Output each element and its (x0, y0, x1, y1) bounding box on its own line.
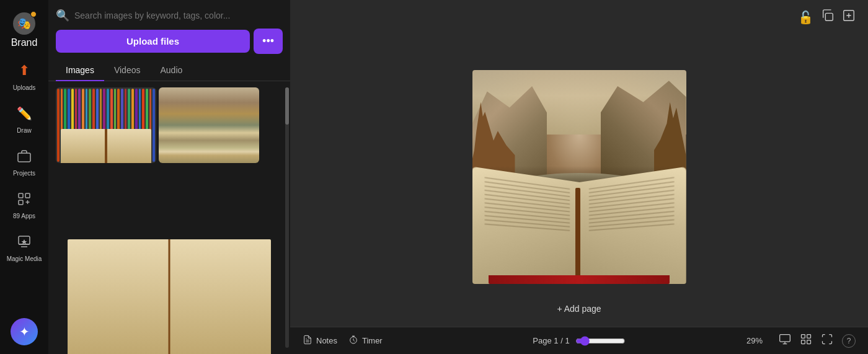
svg-rect-5 (825, 13, 833, 20)
duplicate-icon[interactable] (821, 9, 835, 25)
timer-icon (348, 335, 358, 347)
canvas-main (290, 0, 868, 354)
sidebar-item-magic-media[interactable]: Magic Media (0, 224, 48, 267)
add-icon[interactable] (842, 9, 856, 25)
sidebar-item-brand[interactable]: 🎭 Brand (0, 6, 48, 53)
sidebar-item-draw[interactable]: ✏️ Draw (0, 96, 48, 139)
page-info: Page 1 / 1 (533, 336, 569, 345)
book-right-page (579, 167, 686, 284)
svg-rect-12 (807, 335, 811, 339)
add-page-button[interactable]: + Add page (557, 304, 601, 314)
panel-search-bar: 🔍 (48, 0, 290, 29)
svg-rect-3 (19, 200, 23, 205)
image-thumb-bookshelf[interactable] (56, 87, 156, 163)
panel-content (48, 81, 290, 354)
panel-tabs: Images Videos Audio (48, 60, 290, 81)
projects-icon (13, 145, 35, 167)
lock-icon[interactable]: 🔓 (798, 10, 813, 25)
uploads-icon: ⬆ (13, 60, 35, 82)
canvas-area: 🔓 (290, 0, 868, 354)
canva-magic-icon: ✦ (19, 324, 30, 339)
sidebar-item-label-apps: 89 Apps (13, 213, 35, 219)
book-spine-overlay (105, 129, 107, 163)
help-button[interactable]: ? (842, 334, 856, 348)
upload-row: Upload files ••• (48, 29, 290, 60)
svg-rect-13 (802, 340, 805, 344)
bottom-bar: Notes Timer Page 1 / 1 29% (290, 327, 868, 354)
sidebar-item-label-uploads: Uploads (13, 84, 36, 91)
svg-rect-14 (807, 340, 811, 344)
brand-avatar-icon: 🎭 (17, 17, 31, 30)
bottom-bar-left: Notes Timer (303, 335, 746, 347)
book-binding (575, 188, 580, 284)
sidebar-item-label-projects: Projects (13, 170, 35, 177)
tab-images[interactable]: Images (56, 60, 104, 81)
sidebar-item-label-magic-media: Magic Media (7, 255, 42, 262)
grid-view-icon[interactable] (800, 333, 812, 348)
book-right-lines (579, 167, 686, 240)
canvas-bg (472, 70, 686, 284)
scroll-track[interactable] (285, 87, 289, 348)
brand-notification-dot (30, 11, 37, 17)
search-input[interactable] (74, 11, 283, 20)
book-left-page (472, 167, 580, 284)
timer-label: Timer (362, 336, 383, 345)
sidebar-item-label-draw: Draw (17, 127, 31, 134)
add-page-row: + Add page (290, 304, 868, 314)
search-icon: 🔍 (56, 9, 69, 22)
images-grid (48, 81, 290, 354)
apps-icon (13, 188, 35, 210)
scroll-thumb[interactable] (285, 87, 289, 125)
notes-icon (303, 335, 312, 347)
upload-files-button[interactable]: Upload files (56, 30, 250, 53)
fullscreen-icon[interactable] (821, 333, 833, 348)
draw-icon: ✏️ (13, 102, 35, 125)
sidebar: 🎭 Brand ⬆ Uploads ✏️ Draw Projects (0, 0, 48, 354)
bottom-bar-right: 29% ? (746, 333, 856, 348)
sidebar-item-projects[interactable]: Projects (0, 139, 48, 182)
timer-button[interactable]: Timer (348, 335, 383, 347)
upload-more-button[interactable]: ••• (254, 29, 283, 54)
book-left-lines (472, 167, 580, 240)
svg-rect-0 (18, 153, 30, 162)
bookshelf-book-overlay (61, 129, 151, 163)
sidebar-item-uploads[interactable]: ⬆ Uploads (0, 53, 48, 96)
book-container (483, 177, 676, 285)
sidebar-item-label-brand: Brand (11, 37, 38, 48)
canva-magic-button[interactable]: ✦ (11, 318, 38, 345)
svg-rect-1 (19, 193, 23, 198)
tab-videos[interactable]: Videos (104, 60, 151, 81)
magic-media-icon (13, 231, 35, 253)
svg-rect-11 (802, 335, 805, 339)
tab-audio[interactable]: Audio (150, 60, 192, 81)
book-cover-bottom (489, 275, 670, 284)
notes-button[interactable]: Notes (303, 335, 337, 347)
sidebar-item-apps[interactable]: 89 Apps (0, 182, 48, 224)
help-icon: ? (847, 337, 851, 345)
brand-avatar: 🎭 (13, 12, 35, 35)
svg-rect-2 (25, 193, 30, 198)
desktop-view-icon[interactable] (779, 333, 791, 348)
canvas-image[interactable] (472, 70, 686, 284)
bottom-bar-center: Page 1 / 1 (533, 336, 625, 346)
canvas-toolbar: 🔓 (798, 9, 856, 25)
panel: 🔍 Upload files ••• Images Videos Audio (48, 0, 290, 354)
zoom-slider[interactable] (576, 336, 626, 346)
image-thumb-landscape[interactable] (159, 87, 259, 163)
notes-label: Notes (316, 336, 337, 345)
svg-rect-10 (780, 335, 790, 342)
zoom-percentage: 29% (746, 336, 770, 345)
